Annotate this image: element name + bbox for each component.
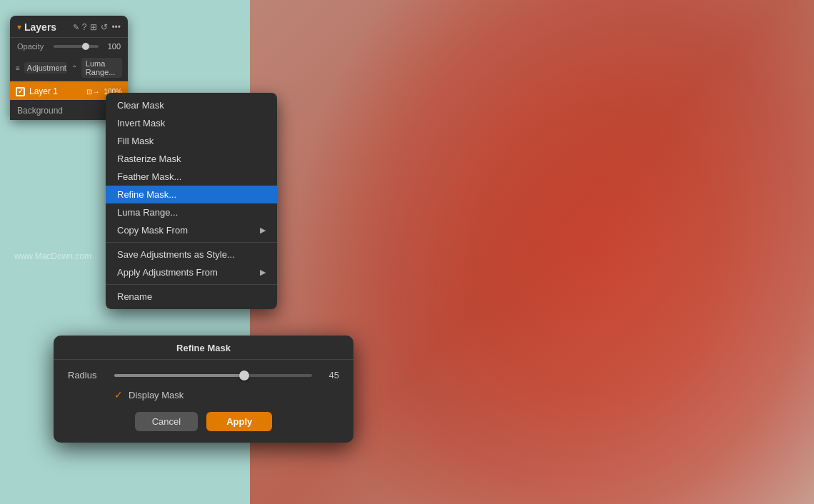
context-menu: Clear Mask Invert Mask Fill Mask Rasteri… [106,93,277,309]
chevron-down-icon: ▾ [17,22,21,32]
radius-slider[interactable] [114,374,312,377]
radius-row: Radius 45 [68,370,339,380]
link-icon[interactable]: ⊞ [90,22,97,32]
menu-item-refine-mask[interactable]: Refine Mask... [106,186,277,203]
adjustment-row: ≡ Adjustment ⌃ Luma Range... [10,55,128,81]
dialog-buttons: Cancel Apply [68,412,339,431]
header-icons: ? ⊞ ↺ ••• [82,22,121,32]
menu-item-rename[interactable]: Rename [106,288,277,306]
radius-label: Radius [68,370,107,380]
menu-item-clear-mask[interactable]: Clear Mask [106,96,277,114]
radius-value: 45 [319,370,339,380]
opacity-row: Opacity 100 [10,38,128,55]
adjustment-select[interactable]: Adjustment [24,62,67,74]
history-icon[interactable]: ↺ [101,22,108,32]
dialog-body: Radius 45 ✓ Display Mask Cancel Apply [54,360,353,443]
layer1-name: Layer 1 [29,86,82,96]
menu-item-apply-adjustments[interactable]: Apply Adjustments From ▶ [106,263,277,281]
menu-item-luma-range[interactable]: Luma Range... [106,203,277,221]
display-mask-row: ✓ Display Mask [68,389,339,400]
luma-range-button[interactable]: Luma Range... [81,58,122,78]
adjustment-chevron-icon: ⌃ [71,64,77,72]
copy-mask-arrow-icon: ▶ [260,226,266,235]
help-icon[interactable]: ? [82,22,87,32]
layer1-mask-icon: ⊡→ [86,88,99,96]
watermark: www.MacDown.com [14,251,91,261]
slider-track [114,374,243,377]
slider-thumb [239,371,249,380]
menu-item-fill-mask[interactable]: Fill Mask [106,132,277,150]
refine-mask-dialog: Refine Mask Radius 45 ✓ Display Mask Can… [54,336,353,443]
layers-panel-header: ▾ Layers ✎ ? ⊞ ↺ ••• [10,16,128,38]
opacity-slider[interactable] [54,45,99,48]
menu-item-feather-mask[interactable]: Feather Mask... [106,168,277,186]
display-mask-label: Display Mask [129,390,184,400]
adjustment-icon: ≡ [16,64,20,72]
panel-title: Layers [24,21,70,33]
cancel-button[interactable]: Cancel [135,412,198,431]
opacity-label: Opacity [17,42,49,51]
apply-button[interactable]: Apply [206,412,272,431]
menu-item-invert-mask[interactable]: Invert Mask [106,114,277,132]
menu-item-copy-mask-from[interactable]: Copy Mask From ▶ [106,221,277,239]
background-label: Background [17,106,63,116]
dialog-title: Refine Mask [54,336,353,360]
menu-separator [106,242,277,243]
menu-separator-2 [106,284,277,285]
menu-item-rasterize-mask[interactable]: Rasterize Mask [106,150,277,168]
opacity-value: 100 [103,42,121,51]
pencil-icon: ✎ [73,23,79,32]
apply-adjustments-arrow-icon: ▶ [260,268,266,277]
opacity-thumb [82,43,89,50]
layer1-checkbox[interactable] [16,87,25,96]
checkmark-icon: ✓ [114,389,123,400]
menu-item-save-adjustments[interactable]: Save Adjustments as Style... [106,246,277,263]
more-icon[interactable]: ••• [111,22,121,32]
